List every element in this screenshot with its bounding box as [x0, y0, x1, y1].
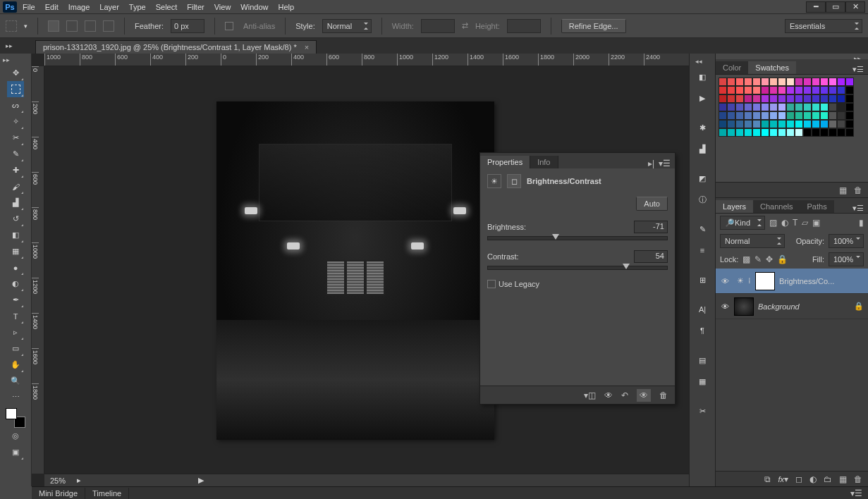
swatch[interactable] — [727, 103, 735, 111]
swatch[interactable] — [795, 78, 803, 86]
swatch[interactable] — [744, 94, 752, 103]
swatch[interactable] — [752, 111, 761, 120]
swatch[interactable] — [744, 103, 752, 111]
swatch[interactable] — [761, 103, 769, 111]
swatch[interactable] — [829, 111, 837, 120]
swatch[interactable] — [803, 78, 812, 86]
swatch[interactable] — [752, 94, 761, 103]
swatch[interactable] — [727, 111, 735, 120]
swatch[interactable] — [795, 128, 803, 137]
auto-button[interactable]: Auto — [636, 197, 668, 211]
menu-window[interactable]: Window — [240, 3, 268, 11]
swatch[interactable] — [778, 103, 786, 111]
selection-add-icon[interactable] — [66, 20, 78, 32]
new-layer-icon[interactable]: ▦ — [839, 474, 847, 484]
blur-tool[interactable]: ● — [7, 259, 24, 276]
swatch[interactable] — [812, 128, 820, 137]
swatch[interactable] — [735, 120, 744, 128]
edit-toolbar-icon[interactable]: ⋯ — [7, 389, 24, 405]
swatch[interactable] — [837, 94, 845, 103]
menu-select[interactable]: Select — [156, 3, 178, 11]
delete-adjustment-icon[interactable]: 🗑 — [659, 390, 668, 400]
new-swatch-icon[interactable]: ▦ — [839, 185, 847, 195]
swatch[interactable] — [752, 103, 761, 111]
filter-adjust-icon[interactable]: ◐ — [781, 218, 788, 228]
swatch[interactable] — [719, 103, 727, 111]
swatch[interactable] — [744, 120, 752, 128]
color-panel-icon[interactable]: ◧ — [692, 68, 712, 86]
swatch[interactable] — [795, 120, 803, 128]
swatch[interactable] — [744, 111, 752, 120]
menu-layer[interactable]: Layer — [99, 3, 119, 11]
swatch[interactable] — [719, 78, 727, 86]
swatch[interactable] — [778, 78, 786, 86]
swatch[interactable] — [845, 86, 854, 94]
char-styles-icon[interactable]: A| — [692, 300, 712, 319]
histogram-panel-icon[interactable]: ▟ — [692, 140, 712, 158]
filter-type-icon[interactable]: T — [793, 218, 797, 228]
reset-icon[interactable]: ↶ — [621, 390, 628, 400]
swatch[interactable] — [812, 103, 820, 111]
history-brush-tool[interactable]: ↺ — [7, 211, 24, 227]
adjustment-layer-icon[interactable]: ◐ — [809, 474, 817, 484]
contrast-value[interactable]: 54 — [634, 250, 668, 263]
swatch[interactable] — [820, 86, 829, 94]
layer-group-icon[interactable]: 🗀 — [824, 474, 832, 484]
layer-row[interactable]: 👁Background🔒 — [716, 294, 868, 319]
visibility-icon[interactable]: 👁 — [720, 302, 730, 311]
swatch[interactable] — [744, 78, 752, 86]
collapse-props-icon[interactable]: ▸| — [648, 159, 654, 168]
tab-info[interactable]: Info — [530, 156, 558, 168]
adjustments-panel-icon[interactable]: ◩ — [692, 169, 712, 187]
delete-swatch-icon[interactable]: 🗑 — [854, 185, 862, 195]
swatch[interactable] — [769, 86, 778, 94]
eraser-tool[interactable]: ◧ — [7, 227, 24, 243]
brush-tool[interactable]: 🖌 — [7, 178, 24, 195]
swatches-panel-icon[interactable]: ▶ — [692, 89, 712, 107]
swatch[interactable] — [769, 103, 778, 111]
tab-mini-bridge[interactable]: Mini Bridge — [32, 488, 85, 499]
refine-edge-button[interactable]: Refine Edge... — [561, 19, 626, 33]
properties-menu-icon[interactable]: ▾☰ — [659, 159, 671, 168]
swatch[interactable] — [803, 86, 812, 94]
swatch[interactable] — [719, 86, 727, 94]
swatch[interactable] — [786, 111, 795, 120]
collapse-toolbar-icon[interactable]: ▸▸ — [3, 41, 16, 51]
zoom-level[interactable]: 25% — [50, 476, 66, 485]
menu-view[interactable]: View — [214, 3, 231, 11]
swatch[interactable] — [845, 111, 854, 120]
swatch[interactable] — [812, 120, 820, 128]
lasso-tool[interactable]: ᔕ — [7, 97, 24, 113]
swatch[interactable] — [845, 128, 854, 137]
menu-edit[interactable]: Edit — [45, 3, 59, 11]
timeline-play-icon[interactable]: ▶ — [198, 476, 204, 485]
swatch[interactable] — [735, 111, 744, 120]
filter-smart-icon[interactable]: ▣ — [812, 218, 820, 228]
eyedropper-tool[interactable]: ✎ — [7, 146, 24, 162]
link-layers-icon[interactable]: ⧉ — [764, 474, 771, 484]
view-previous-icon[interactable]: 👁 — [604, 390, 613, 400]
info-panel-icon[interactable]: ⓘ — [692, 190, 712, 209]
layer-name[interactable]: Background — [758, 302, 800, 311]
swatch[interactable] — [786, 78, 795, 86]
swatch[interactable] — [744, 86, 752, 94]
swatch[interactable] — [735, 94, 744, 103]
filter-pixel-icon[interactable]: ▨ — [769, 218, 777, 228]
filter-shape-icon[interactable]: ▱ — [802, 218, 808, 228]
layer-name[interactable]: Brightness/Co... — [779, 277, 834, 285]
swatch[interactable] — [761, 94, 769, 103]
swatch[interactable] — [820, 103, 829, 111]
swatch[interactable] — [735, 86, 744, 94]
bottom-menu-icon[interactable]: ▾☰ — [845, 488, 868, 498]
swatch[interactable] — [769, 120, 778, 128]
crop-tool[interactable]: ✂ — [7, 130, 24, 146]
swatch[interactable] — [778, 111, 786, 120]
hand-tool[interactable]: ✋ — [7, 357, 24, 373]
swatch[interactable] — [786, 86, 795, 94]
tab-channels[interactable]: Channels — [753, 200, 800, 213]
path-selection-tool[interactable]: ▹ — [7, 324, 24, 340]
swatch[interactable] — [719, 111, 727, 120]
swatch[interactable] — [786, 128, 795, 137]
styles-panel-icon[interactable]: ⊞ — [692, 271, 712, 289]
swatch[interactable] — [829, 103, 837, 111]
